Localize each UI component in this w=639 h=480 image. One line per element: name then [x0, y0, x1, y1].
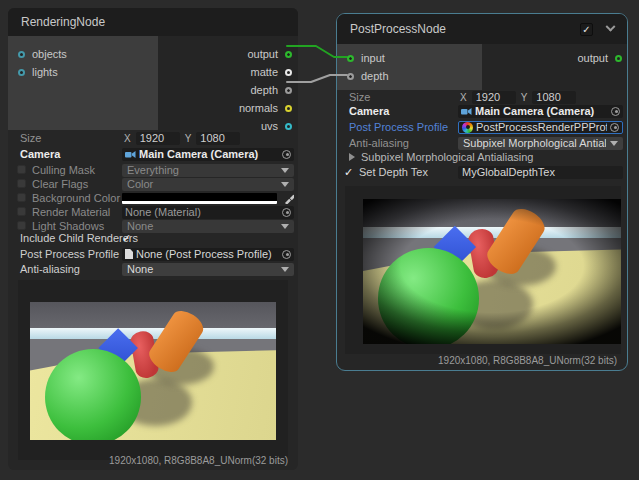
output-port[interactable]	[285, 51, 292, 58]
background-color-checkbox[interactable]	[17, 193, 26, 202]
size-row: Size X Y	[12, 131, 294, 145]
clear-flags-checkbox[interactable]	[17, 179, 26, 188]
anti-aliasing-value: Subpixel Morphological Antialiasing	[463, 137, 606, 149]
size-y-label: Y	[185, 133, 192, 144]
set-depth-tex-checkbox[interactable]: ✓	[344, 165, 353, 179]
anti-aliasing-dropdown[interactable]: None	[122, 263, 294, 276]
anti-aliasing-dropdown[interactable]: Subpixel Morphological Antialiasing	[458, 137, 623, 150]
port-row-output[interactable]: output	[247, 46, 292, 62]
anti-aliasing-row: Anti-aliasing Subpixel Morphological Ant…	[341, 136, 623, 150]
camera-row: Camera Main Camera (Camera)	[341, 104, 623, 118]
eyedropper-icon[interactable]	[284, 193, 294, 204]
post-process-node-ports: input depth output	[337, 44, 627, 90]
size-row: Size X Y	[341, 90, 623, 104]
collapse-chevron-icon[interactable]	[606, 21, 616, 31]
port-row-normals[interactable]: normals	[239, 100, 292, 116]
set-depth-tex-input[interactable]	[458, 166, 623, 179]
background-color-row: Background Color	[12, 191, 294, 205]
port-row-depth[interactable]: depth	[347, 68, 389, 84]
rendering-node-ports: objects lights output matte depth normal…	[8, 36, 298, 130]
size-x-input[interactable]	[136, 132, 180, 145]
post-process-node[interactable]: PostProcessNode ✓ input depth output Siz…	[336, 13, 628, 371]
size-y-input[interactable]	[196, 132, 240, 145]
output-port[interactable]	[615, 55, 622, 62]
render-preview-caption: 1920x1080, R8G8B8A8_UNorm(32 bits)	[109, 455, 288, 467]
include-child-renderers-row: Include Child Renderers ✓	[12, 231, 294, 245]
background-color-label: Background Color	[32, 191, 120, 205]
uvs-port[interactable]	[285, 123, 292, 130]
post-process-profile-picker-icon[interactable]	[282, 250, 291, 259]
depth-input-port[interactable]	[347, 73, 354, 80]
matte-port[interactable]	[285, 69, 292, 76]
post-process-profile-picker-icon[interactable]	[610, 123, 619, 132]
input-port[interactable]	[347, 55, 354, 62]
lights-port-label: lights	[32, 66, 58, 78]
node-enabled-checkbox[interactable]: ✓	[580, 23, 593, 36]
clear-flags-dropdown[interactable]: Color	[122, 178, 294, 191]
camera-value: Main Camera (Camera)	[139, 148, 279, 160]
post-process-preview-image	[363, 199, 621, 344]
include-child-renderers-checkbox[interactable]: ✓	[122, 231, 131, 245]
set-depth-tex-row: ✓ Set Depth Tex	[341, 165, 623, 179]
post-process-profile-object-field[interactable]: None (Post Process Profile)	[122, 248, 294, 261]
render-material-object-field[interactable]: None (Material)	[122, 206, 294, 219]
size-x-input[interactable]	[472, 91, 516, 104]
camera-object-field[interactable]: Main Camera (Camera)	[458, 105, 623, 118]
anti-aliasing-value: None	[127, 263, 277, 275]
scene-sky	[30, 302, 276, 328]
post-process-preview-caption: 1920x1080, R8G8B8A8_UNorm(32 bits)	[438, 355, 617, 367]
post-process-node-header[interactable]: PostProcessNode ✓	[337, 14, 627, 44]
foldout-arrow-icon[interactable]	[349, 153, 355, 161]
anti-aliasing-label: Anti-aliasing	[20, 262, 80, 276]
culling-mask-row: Culling Mask Everything	[12, 163, 294, 177]
node-graph-canvas[interactable]: RenderingNode objects lights output matt…	[0, 0, 639, 480]
size-y-input[interactable]	[532, 91, 576, 104]
light-shadows-checkbox[interactable]	[17, 221, 26, 230]
anti-aliasing-row: Anti-aliasing None	[12, 262, 294, 276]
uvs-port-label: uvs	[261, 120, 278, 130]
port-row-matte[interactable]: matte	[250, 64, 292, 80]
post-process-profile-label: Post Process Profile	[349, 120, 448, 134]
objects-port[interactable]	[18, 51, 25, 58]
culling-mask-dropdown[interactable]: Everything	[122, 164, 294, 177]
post-process-profile-label: Post Process Profile	[20, 247, 119, 261]
camera-object-picker-icon[interactable]	[282, 150, 291, 159]
clear-flags-label: Clear Flags	[32, 177, 88, 191]
render-material-checkbox[interactable]	[17, 207, 26, 216]
lights-port[interactable]	[18, 69, 25, 76]
render-material-label: Render Material	[32, 205, 110, 219]
normals-port[interactable]	[285, 105, 292, 112]
camera-value: Main Camera (Camera)	[475, 105, 608, 117]
rendering-node-title: RenderingNode	[21, 15, 285, 29]
profile-asset-icon	[462, 122, 473, 133]
vignette-overlay	[363, 199, 621, 344]
input-port-label: input	[361, 52, 385, 64]
port-row-depth[interactable]: depth	[250, 82, 292, 98]
rendering-node-header[interactable]: RenderingNode	[8, 8, 298, 36]
camera-object-field[interactable]: Main Camera (Camera)	[122, 148, 294, 161]
port-row-lights[interactable]: lights	[18, 64, 58, 80]
background-color-swatch[interactable]	[122, 193, 277, 204]
render-material-picker-icon[interactable]	[282, 208, 291, 217]
depth-port[interactable]	[285, 87, 292, 94]
camera-label: Camera	[349, 104, 389, 118]
port-row-input[interactable]: input	[347, 50, 385, 66]
port-row-objects[interactable]: objects	[18, 46, 67, 62]
scene-green-sphere	[45, 349, 141, 440]
matte-port-label: matte	[250, 66, 278, 78]
smaa-foldout-row[interactable]: Subpixel Morphological Antialiasing	[341, 150, 623, 164]
post-process-profile-row: Post Process Profile None (Post Process …	[12, 247, 294, 261]
culling-mask-checkbox[interactable]	[17, 165, 26, 174]
camera-object-picker-icon[interactable]	[611, 107, 620, 116]
size-label: Size	[349, 90, 370, 104]
output-port-label: output	[577, 52, 608, 64]
port-row-output[interactable]: output	[577, 50, 622, 66]
camera-row: Camera Main Camera (Camera)	[12, 147, 294, 161]
output-port-label: output	[247, 48, 278, 60]
rendering-node[interactable]: RenderingNode objects lights output matt…	[8, 8, 298, 470]
clear-flags-value: Color	[127, 178, 277, 190]
render-material-row: Render Material None (Material)	[12, 205, 294, 219]
size-label: Size	[20, 131, 41, 145]
port-row-uvs[interactable]: uvs	[261, 118, 292, 130]
post-process-profile-object-field[interactable]: PostProcessRenderPPProfile (Pos	[458, 121, 623, 134]
